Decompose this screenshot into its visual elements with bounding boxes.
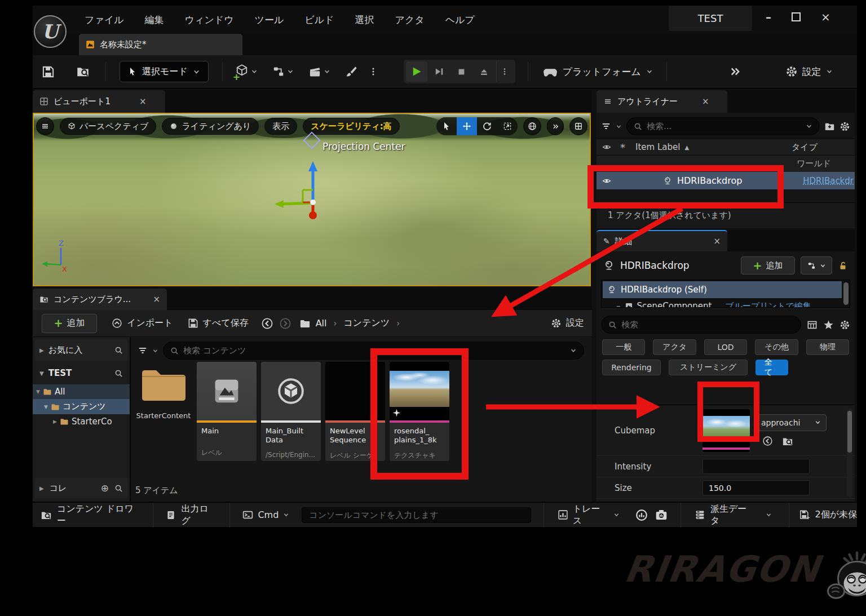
doc-tab[interactable]: 名称未設定* <box>79 34 242 55</box>
unsaved-button[interactable]: 2個が未保 <box>799 509 857 521</box>
minimize-button[interactable]: – <box>766 10 771 24</box>
expand-arrow-icon[interactable]: ▶ <box>39 485 44 491</box>
eye-icon[interactable] <box>602 143 611 152</box>
browse-to-asset-icon[interactable] <box>782 436 793 447</box>
search-icon[interactable] <box>114 484 123 493</box>
asset-main[interactable]: Main レベル <box>197 362 257 461</box>
menu-build[interactable]: ビルド <box>304 14 334 26</box>
transform-gizmo[interactable] <box>273 159 347 221</box>
asset-search-input[interactable] <box>183 345 565 356</box>
cinematics-button[interactable] <box>308 65 330 78</box>
search-icon[interactable] <box>114 369 123 378</box>
content-settings-button[interactable]: 設定 <box>551 317 584 329</box>
viewport-scalability-button[interactable]: スケーラビリティ:高 <box>303 118 399 135</box>
asset-startercontent[interactable]: StarterContent <box>135 365 192 420</box>
asset-newlevel-sequence[interactable]: NewLevelSequence レベル シーケ <box>325 362 385 461</box>
sort-asc-icon[interactable]: ▲ <box>684 144 689 150</box>
new-folder-icon[interactable] <box>824 121 835 132</box>
viewport-canvas[interactable]: パースペクティブ ライティングあり 表示 スケーラビリティ:高 Projecti… <box>33 113 591 286</box>
outliner-tab[interactable]: アウトライナー × <box>597 90 727 113</box>
world-coord-button[interactable] <box>523 117 541 135</box>
viewport-tab[interactable]: ビューポート1 × <box>33 90 165 113</box>
menu-file[interactable]: ファイル <box>85 14 124 26</box>
tree-item-startercontent[interactable]: ▶ StarterCo <box>33 414 130 429</box>
collections-section[interactable]: ▶ コレ ⊕ <box>35 478 127 498</box>
chevron-down-icon[interactable] <box>152 348 158 354</box>
snapshot-icon[interactable] <box>655 508 668 522</box>
component-scrollbar[interactable] <box>843 282 849 305</box>
close-icon[interactable]: × <box>153 294 160 304</box>
actor-type-link[interactable]: HDRIBackdr <box>803 176 854 186</box>
viewport-show-button[interactable]: 表示 <box>264 118 297 135</box>
category-all[interactable]: 全て <box>755 360 788 375</box>
column-item-label[interactable]: Item Label <box>635 142 680 152</box>
add-actor-button[interactable]: + <box>235 64 258 79</box>
mode-selector[interactable]: 選択モード <box>120 61 209 82</box>
toolbar-overflow-icon[interactable] <box>729 65 741 78</box>
collapse-arrow-icon[interactable]: ▼ <box>44 404 48 410</box>
editor-modes-brush-icon[interactable] <box>345 65 357 78</box>
close-icon[interactable]: × <box>713 236 721 246</box>
favorites-star-icon[interactable] <box>823 320 834 330</box>
collapse-arrow-icon[interactable]: ▼ <box>36 389 40 395</box>
breadcrumb-folder[interactable]: コンテンツ <box>343 317 390 329</box>
kebab-menu-icon[interactable] <box>369 67 378 76</box>
content-drawer-button[interactable]: コンテンツ ドロワー <box>41 503 142 527</box>
output-log-button[interactable]: 出力ログ <box>166 503 217 527</box>
add-component-button[interactable]: +追加 <box>741 256 795 274</box>
maximize-button[interactable] <box>792 12 801 21</box>
outliner-search[interactable] <box>626 117 820 135</box>
trace-button[interactable]: トレース <box>558 503 620 527</box>
breadcrumb-root[interactable]: All <box>316 318 327 329</box>
search-icon[interactable] <box>114 346 123 354</box>
cmd-selector[interactable]: Cmd <box>242 509 289 520</box>
frame-skip-button[interactable] <box>428 61 450 82</box>
save-icon[interactable] <box>42 65 55 78</box>
rotate-tool[interactable] <box>477 117 497 135</box>
play-button[interactable] <box>406 61 427 82</box>
eye-icon[interactable] <box>602 176 611 185</box>
outliner-row-world[interactable]: ワールド <box>597 156 855 172</box>
import-button[interactable]: インポート <box>112 317 173 329</box>
maximize-viewport-button[interactable] <box>569 117 587 135</box>
category-lod[interactable]: LOD <box>704 339 747 355</box>
asset-main-built-data[interactable]: Main_BuiltData /Script/Engin... <box>261 362 321 461</box>
gear-icon[interactable] <box>840 121 850 132</box>
details-scrollbar-track[interactable] <box>847 409 852 497</box>
add-collection-icon[interactable]: ⊕ <box>101 482 109 494</box>
viewport-options-button[interactable] <box>36 117 54 135</box>
edit-blueprint-link[interactable]: ブループリントで編集 <box>725 301 811 308</box>
content-browser-tab[interactable]: コンテンツブラウ... × <box>33 289 167 310</box>
move-tool[interactable] <box>457 117 477 135</box>
insights-icon[interactable] <box>635 509 648 521</box>
close-icon[interactable]: × <box>139 96 147 107</box>
collapse-arrow-icon[interactable]: ▼ <box>39 370 44 376</box>
category-physics[interactable]: 物理 <box>806 339 849 355</box>
menu-select[interactable]: 選択 <box>355 14 374 26</box>
derived-data-button[interactable]: 派生データ <box>695 503 772 527</box>
expand-arrow-icon[interactable]: ▶ <box>53 419 57 424</box>
console-command-field[interactable] <box>302 507 531 523</box>
stop-button[interactable] <box>451 61 472 82</box>
gear-icon[interactable] <box>840 320 850 330</box>
display-options-icon[interactable] <box>807 320 818 330</box>
chevron-down-icon[interactable] <box>570 347 577 354</box>
chevron-down-icon[interactable] <box>806 123 812 130</box>
details-tab[interactable]: ✎ 詳細 × <box>597 230 727 251</box>
close-button[interactable]: × <box>821 10 830 24</box>
details-search-input[interactable] <box>621 320 794 330</box>
size-input[interactable] <box>702 480 810 495</box>
outliner-row-hdribackdrop[interactable]: HDRIBackdrop HDRIBackdr <box>597 172 855 189</box>
close-icon[interactable]: × <box>702 96 709 107</box>
platform-menu[interactable]: プラットフォーム <box>543 64 653 79</box>
content-browser-icon[interactable] <box>76 65 90 78</box>
chevron-down-icon[interactable] <box>616 123 622 130</box>
intensity-input[interactable] <box>702 459 810 474</box>
asset-rosendal-plains[interactable]: rosendal_plains_1_8k テクスチャキュ... <box>390 362 449 461</box>
menu-help[interactable]: ヘルプ <box>445 14 475 26</box>
pinned-column-icon[interactable]: * <box>620 141 625 153</box>
scale-tool[interactable] <box>497 117 518 135</box>
favorites-section[interactable]: ▶ お気に入 <box>35 339 127 361</box>
cubemap-thumbnail[interactable] <box>702 409 750 452</box>
filter-icon[interactable] <box>601 121 611 131</box>
